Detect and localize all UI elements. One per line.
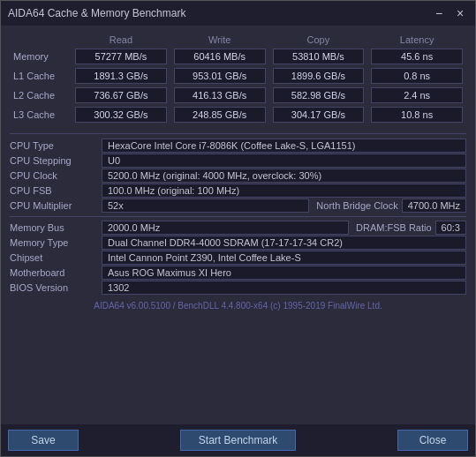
- info-value: HexaCore Intel Core i7-8086K (Coffee Lak…: [102, 139, 466, 153]
- info-value2: 60:3: [435, 221, 466, 235]
- info-row: Motherboard Asus ROG Maximus XI Hero: [10, 266, 466, 280]
- section-divider-1: [10, 133, 466, 134]
- info-label: CPU Clock: [10, 170, 98, 181]
- row-read: 1891.3 GB/s: [72, 66, 170, 86]
- footer-note: AIDA64 v6.00.5100 / BenchDLL 4.4.800-x64…: [10, 299, 466, 312]
- title-bar: AIDA64 Cache & Memory Benchmark − ×: [1, 1, 475, 26]
- start-benchmark-button[interactable]: Start Benchmark: [180, 430, 296, 451]
- row-label: L3 Cache: [10, 105, 72, 124]
- info-value2: 4700.0 MHz: [402, 199, 466, 213]
- row-copy: 53810 MB/s: [269, 47, 368, 66]
- info-label2: North Bridge Clock: [316, 200, 397, 211]
- info-value: Dual Channel DDR4-4000 SDRAM (17-17-17-3…: [102, 236, 466, 250]
- info-value: Asus ROG Maximus XI Hero: [102, 266, 466, 280]
- main-window: AIDA64 Cache & Memory Benchmark − × Read…: [0, 0, 476, 457]
- table-row: L3 Cache 300.32 GB/s 248.85 GB/s 304.17 …: [10, 105, 466, 124]
- info-row: CPU FSB 100.0 MHz (original: 100 MHz): [10, 184, 466, 198]
- info-row: CPU Type HexaCore Intel Core i7-8086K (C…: [10, 139, 466, 153]
- info-value: 2000.0 MHz: [102, 221, 349, 235]
- close-button[interactable]: ×: [452, 5, 468, 21]
- info-label2: DRAM:FSB Ratio: [356, 222, 432, 233]
- row-write: 248.85 GB/s: [170, 105, 269, 124]
- row-read: 300.32 GB/s: [72, 105, 170, 124]
- minimize-button[interactable]: −: [431, 5, 447, 21]
- row-write: 416.13 GB/s: [170, 86, 269, 105]
- row-latency: 2.4 ns: [367, 86, 466, 105]
- info-row: Chipset Intel Cannon Point Z390, Intel C…: [10, 251, 466, 265]
- info-label: CPU Type: [10, 140, 98, 151]
- info-row: Memory Type Dual Channel DDR4-4000 SDRAM…: [10, 236, 466, 250]
- info-row: CPU Stepping U0: [10, 154, 466, 168]
- table-row: L2 Cache 736.67 GB/s 416.13 GB/s 582.98 …: [10, 86, 466, 105]
- info-row: Memory Bus 2000.0 MHz DRAM:FSB Ratio 60:…: [10, 221, 466, 235]
- info-value: 1302: [102, 281, 466, 295]
- info-value: Intel Cannon Point Z390, Intel Coffee La…: [102, 251, 466, 265]
- window-title: AIDA64 Cache & Memory Benchmark: [8, 7, 185, 19]
- row-latency: 45.6 ns: [367, 47, 466, 66]
- row-read: 57277 MB/s: [72, 47, 170, 66]
- row-copy: 1899.6 GB/s: [269, 66, 368, 86]
- col-header-label: [10, 33, 72, 47]
- row-label: L2 Cache: [10, 86, 72, 105]
- section-divider-2: [10, 216, 466, 217]
- table-row: L1 Cache 1891.3 GB/s 953.01 GB/s 1899.6 …: [10, 66, 466, 86]
- save-button[interactable]: Save: [8, 430, 79, 451]
- info-section: CPU Type HexaCore Intel Core i7-8086K (C…: [10, 138, 466, 296]
- info-label: CPU Multiplier: [10, 200, 98, 211]
- row-latency: 10.8 ns: [367, 105, 466, 124]
- table-row: Memory 57277 MB/s 60416 MB/s 53810 MB/s …: [10, 47, 466, 66]
- info-label: Memory Type: [10, 237, 98, 248]
- info-label: Chipset: [10, 252, 98, 263]
- info-row: CPU Clock 5200.0 MHz (original: 4000 MHz…: [10, 169, 466, 183]
- close-window-button[interactable]: Close: [397, 430, 468, 451]
- content-area: Read Write Copy Latency Memory 57277 MB/…: [1, 26, 475, 424]
- row-read: 736.67 GB/s: [72, 86, 170, 105]
- col-header-read: Read: [72, 33, 170, 47]
- row-write: 953.01 GB/s: [170, 66, 269, 86]
- row-copy: 304.17 GB/s: [269, 105, 368, 124]
- info-label: CPU Stepping: [10, 155, 98, 166]
- info-label: Motherboard: [10, 267, 98, 278]
- col-header-write: Write: [170, 33, 269, 47]
- info-value: U0: [102, 154, 466, 168]
- window-controls: − ×: [431, 5, 468, 21]
- info-value: 52x: [102, 199, 309, 213]
- info-row: CPU Multiplier 52x North Bridge Clock 47…: [10, 199, 466, 213]
- col-header-copy: Copy: [269, 33, 368, 47]
- button-bar: Save Start Benchmark Close: [1, 424, 475, 456]
- info-value: 5200.0 MHz (original: 4000 MHz, overcloc…: [102, 169, 466, 183]
- row-write: 60416 MB/s: [170, 47, 269, 66]
- info-label: BIOS Version: [10, 282, 98, 293]
- benchmark-table: Read Write Copy Latency Memory 57277 MB/…: [10, 33, 466, 124]
- info-label: Memory Bus: [10, 222, 98, 233]
- info-value: 100.0 MHz (original: 100 MHz): [102, 184, 466, 198]
- info-row: BIOS Version 1302: [10, 281, 466, 295]
- row-latency: 0.8 ns: [367, 66, 466, 86]
- info-label: CPU FSB: [10, 185, 98, 196]
- row-label: L1 Cache: [10, 66, 72, 86]
- row-copy: 582.98 GB/s: [269, 86, 368, 105]
- col-header-latency: Latency: [367, 33, 466, 47]
- row-label: Memory: [10, 47, 72, 66]
